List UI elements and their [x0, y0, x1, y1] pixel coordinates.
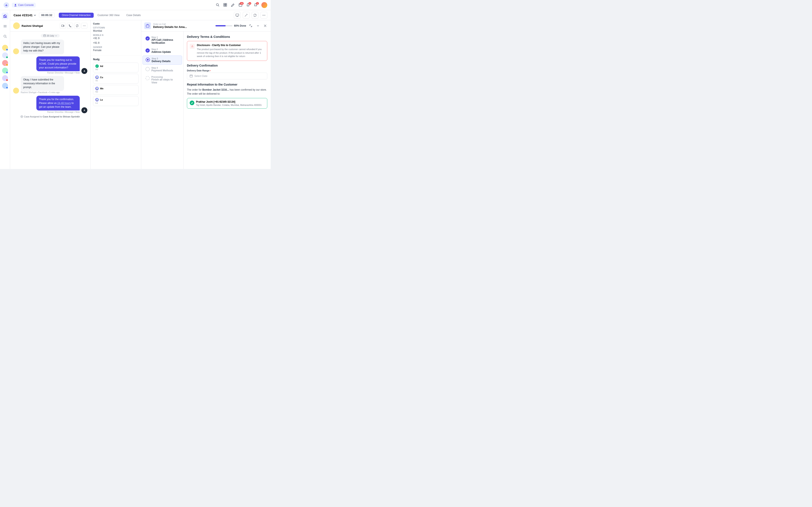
user-avatar[interactable] — [261, 2, 267, 8]
collapse-icon[interactable] — [255, 23, 260, 28]
customer-section-title: Custo — [93, 22, 139, 25]
step-name-3: Delivery Details — [152, 60, 170, 63]
nudge-chart-icon-4: 📊 — [95, 98, 99, 101]
confirm-check-icon — [190, 101, 194, 105]
screen-share-icon[interactable] — [234, 12, 241, 18]
nudge-item-1[interactable]: ✓ Ad Ad — [93, 62, 139, 72]
sidebar-avatar-5[interactable] — [2, 75, 8, 81]
tab-case-details[interactable]: Case Details — [123, 13, 144, 18]
svg-point-1 — [15, 4, 16, 5]
msg-bubble-3: Okay, I have submitted the necessary inf… — [21, 76, 64, 91]
phone-call-icon[interactable] — [67, 23, 73, 29]
case-timer: 00:05:32 — [39, 13, 55, 17]
sidebar-collapse-icon[interactable] — [2, 23, 8, 30]
expand-icon[interactable] — [248, 23, 253, 28]
calendar-icon[interactable]: 24 — [239, 3, 243, 7]
search-icon[interactable] — [216, 3, 220, 7]
step-number-2: Step 2 — [151, 48, 171, 51]
sidebar-home-icon[interactable] — [2, 13, 8, 19]
gender-row: Gender Female — [93, 46, 139, 52]
sidebar-avatar-2[interactable] — [2, 52, 8, 58]
svg-rect-20 — [236, 14, 239, 16]
svg-rect-27 — [61, 25, 63, 26]
alert-body: The product purchased by the customer ca… — [197, 48, 264, 58]
msg-bubble-1: Hello,I am having issues with my phone c… — [21, 40, 64, 54]
step-icon-2 — [146, 48, 150, 53]
tab-customer-360[interactable]: Customer 360 View — [95, 13, 123, 18]
svg-rect-4 — [224, 3, 225, 5]
main-layout: Case #23141 00:05:32 Omni-Channel Intera… — [0, 10, 271, 169]
order-title-area: Order on Call Delivery Details for Ama..… — [153, 23, 213, 29]
message-2: A Thank you for reaching out to ACME. Co… — [13, 56, 87, 74]
middle-panel: Custo City/Town Mumbai Mobile N +91 9 +9… — [91, 20, 141, 169]
step-item-3[interactable]: Step 3 Delivery Details — [143, 56, 182, 65]
date-select-button[interactable]: Select Date — [187, 73, 267, 79]
chat-panel: Rashmi Shehgal — [10, 20, 91, 169]
grid-icon[interactable] — [223, 3, 227, 7]
mobile-row-2: +91 8 — [93, 41, 139, 44]
msg-bubble-4: Thank you for the confirmation. Please a… — [36, 96, 80, 110]
sidebar-avatar-6[interactable] — [2, 83, 8, 89]
alert-warning-icon: ⚠ — [190, 44, 195, 49]
step-item-processing[interactable]: Processing Finish all steps to View — [143, 74, 182, 86]
required-indicator: • — [210, 69, 211, 72]
bell-icon[interactable]: 4 — [246, 3, 250, 7]
step-item-1[interactable]: Step 1 API Call | Address Verification — [143, 35, 182, 46]
sidebar-avatar-3[interactable] — [2, 60, 8, 66]
top-nav-actions: 24 4 2 — [216, 2, 267, 8]
step-icon-1 — [146, 36, 150, 41]
tab-omni-channel[interactable]: Omni-Channel Interaction — [59, 13, 94, 18]
svg-point-28 — [83, 25, 84, 26]
svg-point-25 — [264, 15, 264, 15]
sidebar-avatar-4[interactable] — [2, 68, 8, 73]
step-number-1: Step 1 — [151, 36, 179, 39]
step-icon-4 — [146, 67, 150, 71]
more-options-icon[interactable] — [260, 12, 267, 18]
repeat-info-text: The order for Bomber Jacket 3216... has … — [187, 88, 267, 96]
step-item-2[interactable]: Step 2 Address Update — [143, 47, 182, 55]
svg-rect-45 — [146, 25, 149, 27]
wand-icon[interactable] — [243, 12, 250, 18]
svg-line-3 — [218, 5, 219, 6]
close-icon[interactable] — [263, 23, 268, 28]
step-detail-content: Delivery Terms & Conditions ⚠ Disclosure… — [184, 32, 271, 169]
chat-messages: 20 July Hello,I am having issues with my… — [10, 32, 90, 169]
delivery-confirm-section: Delivery Confirmation Delivery Date Rang… — [187, 64, 267, 79]
content-area: Case #23141 00:05:32 Omni-Channel Intera… — [10, 10, 271, 169]
edit-icon[interactable] — [231, 3, 235, 7]
video-call-icon[interactable] — [60, 23, 66, 29]
step-number-processing: Processing — [151, 76, 179, 78]
date-range-label: Delivery Date Range• — [187, 69, 267, 72]
svg-point-30 — [85, 25, 86, 26]
progress-bar-fill — [215, 25, 225, 26]
svg-point-29 — [84, 25, 85, 26]
step-item-4[interactable]: Step 4 Payment Methods — [143, 65, 182, 74]
msg-avatar-2: A — [82, 68, 87, 74]
case-header: Case #23141 00:05:32 Omni-Channel Intera… — [10, 10, 271, 20]
sidebar-avatar-1[interactable] — [2, 45, 8, 51]
svg-rect-6 — [224, 5, 225, 6]
date-placeholder: Select Date — [194, 74, 207, 77]
chat-more-icon[interactable] — [82, 23, 87, 29]
msg-meta-3: Rashmi Shehgal • Facebook • 5 mins ago — [21, 91, 87, 94]
customer-info-header: Custo City/Town Mumbai Mobile N +91 9 +9… — [91, 20, 141, 56]
product-name: Bomber Jacket 3216... — [202, 88, 229, 91]
nudge-item-3[interactable]: 📊 We Ne — [93, 85, 139, 95]
nudge-header-1: ✓ Ad — [95, 64, 136, 68]
sidebar-search-icon[interactable] — [2, 33, 8, 40]
order-panel-header: Order on Call Delivery Details for Ama..… — [141, 20, 271, 32]
link-24-48[interactable]: 24-48 hours — [57, 102, 71, 105]
nudge-item-4[interactable]: 📊 La La — [93, 96, 139, 106]
care-console-tab[interactable]: Care Console — [12, 3, 36, 7]
nudge-item-2[interactable]: 📊 Cu Vo — [93, 74, 139, 83]
step-name-2: Address Update — [151, 51, 171, 53]
msg-avatar-3 — [13, 88, 19, 94]
progress-label: 60% Done — [234, 24, 246, 27]
notification-icon[interactable]: 2 — [254, 3, 258, 7]
logo — [3, 2, 9, 8]
order-icon — [144, 22, 151, 29]
chat-refresh-icon[interactable] — [74, 23, 80, 29]
svg-rect-5 — [225, 3, 227, 5]
svg-rect-48 — [190, 75, 192, 77]
refresh-icon[interactable] — [252, 12, 258, 18]
